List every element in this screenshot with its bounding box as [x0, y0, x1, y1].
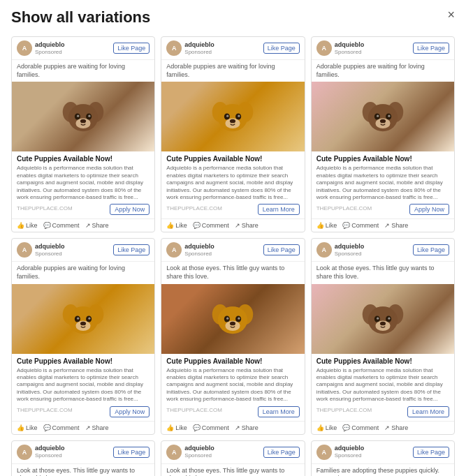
- page-info: adquieblo Sponsored: [335, 445, 365, 459]
- like-action[interactable]: 👍 Like: [166, 222, 187, 229]
- share-action[interactable]: ↗ Share: [85, 424, 109, 431]
- card-cta: Learn More: [407, 406, 449, 417]
- like-page-button[interactable]: Like Page: [113, 244, 150, 255]
- page-sub: Sponsored: [335, 452, 365, 459]
- avatar: A: [316, 40, 332, 56]
- svg-point-6: [77, 115, 79, 117]
- card-url: THEPUPPLACE.COM: [316, 205, 372, 211]
- share-action[interactable]: ↗ Share: [235, 222, 259, 229]
- svg-point-59: [380, 321, 386, 325]
- close-button[interactable]: ×: [447, 8, 455, 21]
- cta-button[interactable]: Learn More: [407, 406, 449, 417]
- like-action[interactable]: 👍 Like: [17, 222, 38, 229]
- card-body: Cute Puppies Available Now! Adquieblo is…: [312, 151, 454, 218]
- like-icon: 👍: [316, 222, 324, 229]
- card-desc: Adquieblo is a performance media solutio…: [166, 165, 299, 201]
- ad-card-8: A adquieblo Sponsored Like Page Look at …: [161, 440, 305, 476]
- like-page-button[interactable]: Like Page: [413, 447, 449, 458]
- like-action[interactable]: 👍 Like: [316, 424, 337, 431]
- svg-point-39: [80, 321, 86, 325]
- card-tagline: Look at those eyes. This little guy want…: [312, 262, 454, 283]
- comment-action[interactable]: 💬 Comment: [342, 424, 379, 431]
- card-desc: Adquieblo is a performance media solutio…: [17, 165, 150, 201]
- page-sub: Sponsored: [335, 49, 365, 56]
- card-body: Cute Puppies Available Now! Adquieblo is…: [161, 354, 304, 421]
- card-header-left: A adquieblo Sponsored: [316, 242, 365, 258]
- ad-card-9: A adquieblo Sponsored Like Page Families…: [311, 440, 455, 476]
- cta-button[interactable]: Learn More: [258, 406, 300, 417]
- page-info: adquieblo Sponsored: [35, 41, 65, 55]
- card-tagline: Adorable puppies are waiting for loving …: [12, 60, 154, 82]
- comment-icon: 💬: [193, 424, 201, 431]
- card-url: THEPUPPLACE.COM: [17, 205, 73, 211]
- card-header: A adquieblo Sponsored Like Page: [12, 441, 154, 464]
- comment-action[interactable]: 💬 Comment: [43, 222, 80, 229]
- like-page-button[interactable]: Like Page: [413, 43, 449, 54]
- svg-point-7: [88, 115, 90, 117]
- cta-button[interactable]: Apply Now: [110, 406, 150, 417]
- page-info: adquieblo Sponsored: [184, 41, 214, 55]
- share-action[interactable]: ↗ Share: [235, 424, 259, 431]
- share-icon: ↗: [85, 222, 91, 229]
- ad-card-2: A adquieblo Sponsored Like Page Adorable…: [161, 36, 305, 232]
- ad-card-7: A adquieblo Sponsored Like Page Look at …: [11, 440, 155, 476]
- comment-icon: 💬: [342, 222, 350, 229]
- card-header: A adquieblo Sponsored Like Page: [12, 37, 154, 60]
- card-title: Cute Puppies Available Now!: [166, 357, 299, 365]
- cta-button[interactable]: Apply Now: [110, 204, 150, 215]
- like-icon: 👍: [316, 424, 324, 431]
- ad-image: [161, 82, 304, 151]
- avatar: A: [316, 445, 332, 460]
- share-icon: ↗: [384, 222, 390, 229]
- svg-point-16: [227, 115, 229, 117]
- like-page-button[interactable]: Like Page: [263, 447, 300, 458]
- cta-button[interactable]: Learn More: [258, 204, 300, 215]
- comment-icon: 💬: [43, 222, 51, 229]
- comment-action[interactable]: 💬 Comment: [43, 424, 80, 431]
- svg-point-47: [238, 317, 240, 319]
- share-action[interactable]: ↗ Share: [384, 222, 408, 229]
- like-action[interactable]: 👍 Like: [17, 424, 38, 431]
- cta-button[interactable]: Apply Now: [409, 204, 449, 215]
- ad-image: [312, 82, 454, 151]
- card-header: A adquieblo Sponsored Like Page: [161, 37, 304, 60]
- like-page-button[interactable]: Like Page: [263, 43, 300, 54]
- card-footer: 👍 Like 💬 Comment ↗ Share: [312, 421, 454, 434]
- page-sub: Sponsored: [184, 251, 214, 258]
- like-page-button[interactable]: Like Page: [113, 43, 150, 54]
- avatar: A: [17, 242, 32, 258]
- card-cta: Learn More: [258, 406, 300, 417]
- like-icon: 👍: [17, 222, 24, 229]
- like-page-button[interactable]: Like Page: [413, 244, 449, 255]
- share-action[interactable]: ↗ Share: [85, 222, 109, 229]
- card-tagline: Adorable puppies are waiting for loving …: [161, 60, 304, 82]
- like-action[interactable]: 👍 Like: [166, 424, 187, 431]
- like-page-button[interactable]: Like Page: [263, 244, 300, 255]
- share-action[interactable]: ↗ Share: [384, 424, 408, 431]
- ad-image: [161, 284, 304, 354]
- avatar: A: [17, 40, 32, 56]
- card-header: A adquieblo Sponsored Like Page: [312, 239, 454, 262]
- card-header: A adquieblo Sponsored Like Page: [161, 441, 304, 464]
- card-title: Cute Puppies Available Now!: [316, 155, 449, 163]
- like-icon: 👍: [166, 424, 174, 431]
- card-desc: Adquieblo is a performance media solutio…: [316, 367, 449, 403]
- like-action[interactable]: 👍 Like: [316, 222, 337, 229]
- card-cta: Apply Now: [110, 406, 150, 417]
- page-name: adquieblo: [35, 445, 65, 452]
- comment-action[interactable]: 💬 Comment: [342, 222, 379, 229]
- card-header: A adquieblo Sponsored Like Page: [12, 239, 154, 262]
- card-tagline: Look at those eyes. This little guy want…: [161, 464, 304, 476]
- page-name: adquieblo: [35, 243, 65, 251]
- ad-card-5: A adquieblo Sponsored Like Page Look at …: [161, 238, 305, 434]
- card-header-left: A adquieblo Sponsored: [17, 40, 65, 56]
- like-icon: 👍: [166, 222, 174, 229]
- page-info: adquieblo Sponsored: [335, 41, 365, 55]
- comment-action[interactable]: 💬 Comment: [193, 424, 229, 431]
- comment-icon: 💬: [193, 222, 201, 229]
- share-icon: ↗: [384, 424, 390, 431]
- card-header: A adquieblo Sponsored Like Page: [312, 441, 454, 464]
- like-page-button[interactable]: Like Page: [113, 447, 150, 458]
- page-info: adquieblo Sponsored: [35, 243, 65, 257]
- comment-action[interactable]: 💬 Comment: [193, 222, 229, 229]
